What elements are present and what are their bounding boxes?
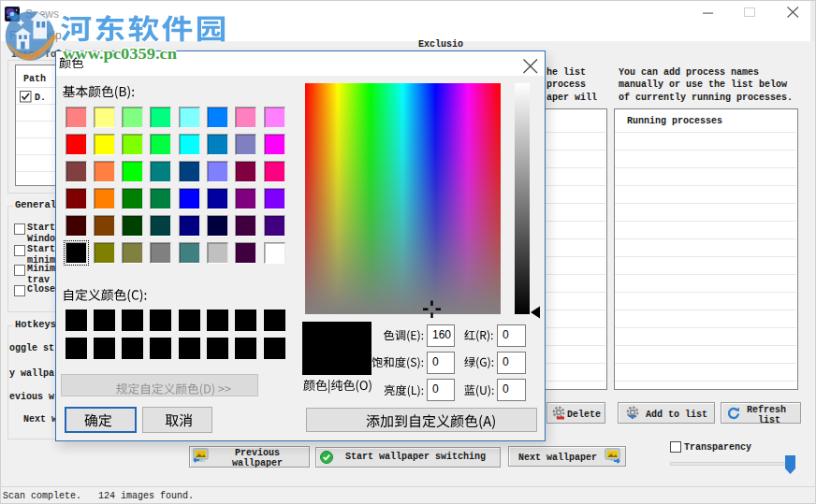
svg-text:www.pc0359.cn: www.pc0359.cn — [63, 45, 177, 63]
